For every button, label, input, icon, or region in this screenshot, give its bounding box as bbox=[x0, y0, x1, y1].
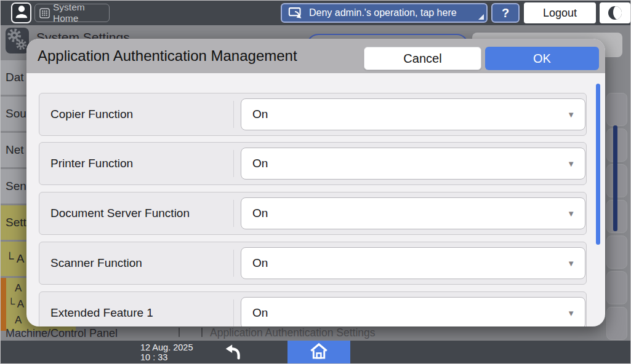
system-home-button[interactable]: System Home bbox=[34, 4, 110, 22]
remote-icon bbox=[288, 6, 304, 20]
user-icon bbox=[14, 4, 29, 22]
setting-row-extended-feature-1: Extended Feature 1 On ▼ bbox=[39, 291, 587, 326]
top-bar: System Home Deny admin.'s operation, tap… bbox=[1, 1, 630, 25]
dropdown-value: On bbox=[252, 306, 268, 320]
device-screen: System Home Deny admin.'s operation, tap… bbox=[0, 0, 631, 364]
help-label: ? bbox=[502, 6, 509, 20]
moon-icon bbox=[608, 6, 622, 20]
help-button[interactable]: ? bbox=[491, 3, 520, 23]
copier-function-dropdown[interactable]: On ▼ bbox=[241, 98, 585, 130]
time-label: 10 : 33 bbox=[140, 352, 193, 362]
divider bbox=[233, 299, 234, 326]
dropdown-value: On bbox=[252, 256, 268, 270]
home-button[interactable] bbox=[287, 341, 350, 364]
dropdown-value: On bbox=[252, 108, 268, 121]
divider bbox=[233, 200, 234, 227]
date-time: 12 Aug. 2025 10 : 33 bbox=[140, 342, 193, 362]
chevron-down-icon: ▼ bbox=[567, 209, 575, 218]
system-home-label: System Home bbox=[53, 2, 105, 24]
extended-feature-1-dropdown[interactable]: On ▼ bbox=[241, 297, 585, 326]
chevron-down-icon: ▼ bbox=[567, 110, 575, 119]
setting-label: Printer Function bbox=[50, 143, 133, 184]
setting-row-document-server: Document Server Function On ▼ bbox=[39, 192, 587, 235]
chevron-down-icon: ▼ bbox=[567, 309, 575, 318]
energy-saver-button[interactable] bbox=[600, 2, 630, 23]
admin-operation-notification[interactable]: Deny admin.'s operation, tap here bbox=[281, 3, 488, 23]
dialog-scrollbar[interactable] bbox=[596, 84, 600, 245]
application-authentication-management-dialog: Application Authentication Management Ca… bbox=[26, 39, 605, 326]
document-server-function-dropdown[interactable]: On ▼ bbox=[241, 197, 585, 229]
setting-row-scanner: Scanner Function On ▼ bbox=[39, 242, 587, 285]
ok-label: OK bbox=[533, 52, 551, 66]
setting-row-copier: Copier Function On ▼ bbox=[39, 93, 587, 136]
grid-icon bbox=[39, 8, 50, 18]
home-icon bbox=[308, 342, 329, 363]
dropdown-value: On bbox=[252, 157, 268, 170]
setting-label: Document Server Function bbox=[50, 192, 190, 234]
back-button[interactable] bbox=[215, 341, 253, 364]
fold-icon bbox=[478, 14, 484, 20]
content-area: System Settings Dat Sou Net Sen Sett └ A… bbox=[1, 25, 630, 341]
divider bbox=[233, 250, 234, 277]
bottom-bar: 12 Aug. 2025 10 : 33 bbox=[1, 341, 630, 364]
setting-label: Scanner Function bbox=[50, 242, 142, 284]
user-button[interactable] bbox=[11, 2, 31, 23]
ok-button[interactable]: OK bbox=[485, 47, 599, 70]
chevron-down-icon: ▼ bbox=[567, 259, 575, 268]
cancel-label: Cancel bbox=[403, 52, 441, 66]
dropdown-value: On bbox=[252, 207, 268, 220]
setting-label: Copier Function bbox=[50, 93, 133, 135]
logout-label: Logout bbox=[543, 7, 577, 20]
setting-row-printer: Printer Function On ▼ bbox=[39, 142, 587, 185]
printer-function-dropdown[interactable]: On ▼ bbox=[241, 148, 585, 180]
cancel-button[interactable]: Cancel bbox=[364, 47, 481, 70]
date-label: 12 Aug. 2025 bbox=[140, 342, 193, 352]
scanner-function-dropdown[interactable]: On ▼ bbox=[241, 247, 585, 279]
divider bbox=[233, 150, 234, 177]
chevron-down-icon: ▼ bbox=[567, 159, 575, 168]
divider bbox=[233, 101, 234, 128]
back-icon bbox=[222, 342, 246, 364]
logout-button[interactable]: Logout bbox=[524, 2, 596, 23]
notification-text: Deny admin.'s operation, tap here bbox=[309, 7, 457, 18]
dialog-title: Application Authentication Management bbox=[38, 39, 297, 73]
setting-label: Extended Feature 1 bbox=[50, 292, 153, 326]
